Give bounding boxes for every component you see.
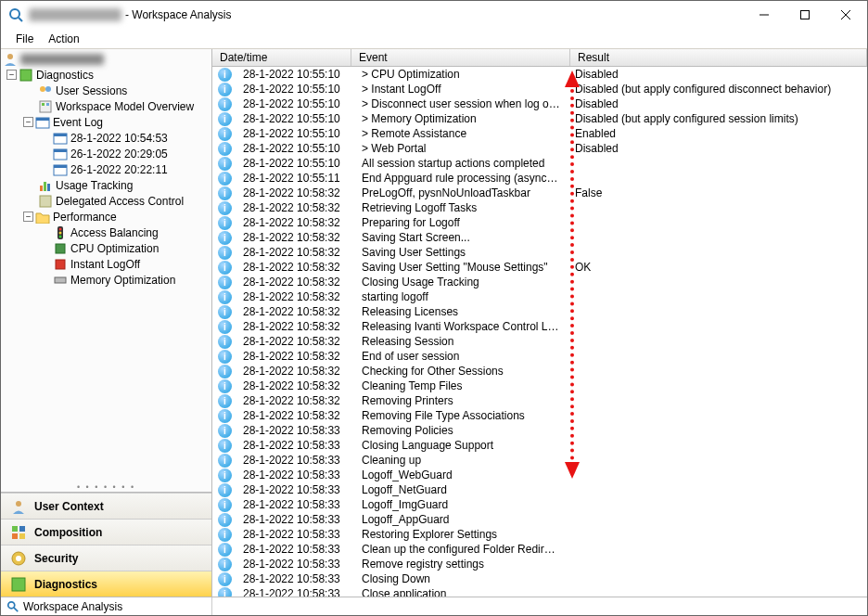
- column-header-event[interactable]: Event: [351, 49, 570, 66]
- svg-point-32: [16, 501, 21, 507]
- table-row[interactable]: i28-1-2022 10:58:32Checking for Other Se…: [212, 364, 867, 379]
- table-row[interactable]: i28-1-2022 10:58:33Closing Language Supp…: [212, 438, 867, 453]
- table-row[interactable]: i28-1-2022 10:55:10> CPU OptimizationDis…: [212, 67, 867, 82]
- cell-event: Logoff_WebGuard: [354, 468, 568, 481]
- info-icon: i: [218, 142, 232, 156]
- tree-delegated[interactable]: Delegated Access Control: [1, 193, 211, 209]
- info-icon: i: [218, 394, 232, 408]
- table-row[interactable]: i28-1-2022 10:55:10> Disconnect user ses…: [212, 96, 867, 111]
- table-row[interactable]: i28-1-2022 10:58:33Closing Down: [212, 571, 867, 586]
- table-row[interactable]: i28-1-2022 10:58:32Releasing Ivanti Work…: [212, 319, 867, 334]
- window-maximize-button[interactable]: [791, 4, 819, 26]
- table-row[interactable]: i28-1-2022 10:58:32Saving Start Screen..…: [212, 230, 867, 245]
- cell-datetime: 28-1-2022 10:58:32: [236, 186, 354, 199]
- tree-event-0[interactable]: 28-1-2022 10:54:53: [1, 130, 211, 146]
- tree-panel[interactable]: − Diagnostics User Sessions Workspace Mo…: [1, 49, 211, 482]
- tree-usage-tracking[interactable]: Usage Tracking: [1, 177, 211, 193]
- menu-action[interactable]: Action: [41, 30, 86, 48]
- tree-access-balancing[interactable]: Access Balancing: [1, 225, 211, 240]
- cell-event: > Memory Optimization: [354, 112, 568, 125]
- table-row[interactable]: i28-1-2022 10:58:32Saving User Settings: [212, 245, 867, 260]
- expander-minus-icon[interactable]: −: [23, 212, 33, 222]
- table-row[interactable]: i28-1-2022 10:58:32Removing Printers: [212, 393, 867, 408]
- info-icon: i: [218, 172, 232, 186]
- nav-composition[interactable]: Composition: [1, 519, 211, 545]
- table-row[interactable]: i28-1-2022 10:55:10> Web PortalDisabled: [212, 141, 867, 156]
- table-row[interactable]: i28-1-2022 10:58:33Logoff_ImgGuard: [212, 497, 867, 512]
- table-row[interactable]: i28-1-2022 10:58:32Releasing Licenses: [212, 304, 867, 319]
- tree-user-sessions[interactable]: User Sessions: [1, 83, 211, 98]
- tree-cpu-opt[interactable]: CPU Optimization: [1, 240, 211, 256]
- tree-performance[interactable]: − Performance: [1, 209, 211, 225]
- window-close-button[interactable]: [832, 4, 860, 26]
- nav-label: Diagnostics: [34, 578, 97, 591]
- cell-result: Disabled: [568, 68, 867, 81]
- table-row[interactable]: i28-1-2022 10:58:33Remove registry setti…: [212, 557, 867, 571]
- tree-root-user[interactable]: [1, 51, 211, 67]
- table-row[interactable]: i28-1-2022 10:58:32End of user session: [212, 349, 867, 364]
- cell-event: Saving User Setting "Mouse Settings": [354, 261, 568, 274]
- tree-instant-logoff[interactable]: Instant LogOff: [1, 256, 211, 272]
- tree-event-2[interactable]: 26-1-2022 20:22:11: [1, 161, 211, 177]
- grid-body[interactable]: i28-1-2022 10:55:10> CPU OptimizationDis…: [212, 67, 867, 597]
- menu-file[interactable]: File: [8, 30, 41, 48]
- column-header-result[interactable]: Result: [570, 49, 867, 66]
- table-row[interactable]: i28-1-2022 10:58:32Preparing for Logoff: [212, 215, 867, 230]
- table-row[interactable]: i28-1-2022 10:58:33Clean up the configur…: [212, 542, 867, 557]
- cell-datetime: 28-1-2022 10:58:32: [236, 320, 354, 333]
- nav-security[interactable]: Security: [1, 545, 211, 571]
- cell-datetime: 28-1-2022 10:58:32: [236, 335, 354, 348]
- table-row[interactable]: i28-1-2022 10:55:10> Memory Optimization…: [212, 111, 867, 126]
- splitter-handle[interactable]: • • • • • • •: [1, 482, 211, 492]
- status-workspace-analysis[interactable]: Workspace Analysis: [1, 597, 212, 615]
- app-icon: [8, 7, 23, 22]
- table-row[interactable]: i28-1-2022 10:55:10> Remote AssistanceEn…: [212, 126, 867, 141]
- user-icon: [3, 52, 18, 67]
- table-row[interactable]: i28-1-2022 10:58:32Retrieving Logoff Tas…: [212, 200, 867, 215]
- table-row[interactable]: i28-1-2022 10:58:33Logoff_WebGuard: [212, 468, 867, 482]
- cell-event: Logoff_NetGuard: [354, 483, 568, 496]
- table-row[interactable]: i28-1-2022 10:58:33Logoff_AppGuard: [212, 512, 867, 527]
- cell-result: False: [568, 186, 867, 199]
- expander-minus-icon[interactable]: −: [23, 117, 33, 127]
- table-row[interactable]: i28-1-2022 10:58:32starting logoff: [212, 289, 867, 304]
- table-row[interactable]: i28-1-2022 10:58:32Releasing Session: [212, 334, 867, 349]
- cell-datetime: 28-1-2022 10:58:33: [236, 572, 354, 585]
- tree-diagnostics[interactable]: − Diagnostics: [1, 67, 211, 83]
- logoff-icon: [53, 257, 68, 272]
- table-row[interactable]: i28-1-2022 10:58:33Restoring Explorer Se…: [212, 527, 867, 542]
- info-icon: i: [218, 379, 232, 393]
- nav-diagnostics[interactable]: Diagnostics: [1, 571, 211, 597]
- svg-rect-16: [54, 134, 67, 136]
- window-minimize-button[interactable]: [750, 4, 778, 26]
- table-row[interactable]: i28-1-2022 10:58:32Cleaning Temp Files: [212, 379, 867, 393]
- table-row[interactable]: i28-1-2022 10:55:10All session startup a…: [212, 156, 867, 171]
- expander-minus-icon[interactable]: −: [6, 70, 17, 80]
- table-row[interactable]: i28-1-2022 10:58:32Saving User Setting "…: [212, 260, 867, 275]
- table-row[interactable]: i28-1-2022 10:58:33Removing Policies: [212, 423, 867, 438]
- tree-event-1[interactable]: 26-1-2022 20:29:05: [1, 146, 211, 161]
- table-row[interactable]: i28-1-2022 10:55:11End Appguard rule pro…: [212, 171, 867, 186]
- table-row[interactable]: i28-1-2022 10:58:32Closing Usage Trackin…: [212, 275, 867, 289]
- tree-workspace-model[interactable]: Workspace Model Overview: [1, 98, 211, 114]
- diagnostics-icon: [19, 68, 33, 83]
- column-header-datetime[interactable]: Date/time: [212, 49, 351, 66]
- info-icon: i: [218, 468, 232, 482]
- cell-event: PreLogOff, pysnNoUnloadTaskbar: [354, 186, 568, 199]
- table-row[interactable]: i28-1-2022 10:55:10> Instant LogOffDisab…: [212, 82, 867, 96]
- table-row[interactable]: i28-1-2022 10:58:33Logoff_NetGuard: [212, 482, 867, 497]
- cell-datetime: 28-1-2022 10:58:33: [236, 498, 354, 511]
- tree-event-log[interactable]: − Event Log: [1, 114, 211, 130]
- table-row[interactable]: i28-1-2022 10:58:33Close application: [212, 586, 867, 597]
- table-row[interactable]: i28-1-2022 10:58:32PreLogOff, pysnNoUnlo…: [212, 186, 867, 200]
- cell-event: > Web Portal: [354, 142, 568, 155]
- cell-event: Saving User Settings: [354, 246, 568, 259]
- cell-event: > CPU Optimization: [354, 68, 568, 81]
- tree-memory-opt[interactable]: Memory Optimization: [1, 272, 211, 288]
- nav-user-context[interactable]: User Context: [1, 493, 211, 519]
- calendar-icon: [53, 162, 68, 177]
- table-row[interactable]: i28-1-2022 10:58:33Cleaning up: [212, 453, 867, 468]
- table-row[interactable]: i28-1-2022 10:58:32Removing File Type As…: [212, 408, 867, 423]
- svg-rect-21: [40, 186, 43, 191]
- cell-datetime: 28-1-2022 10:58:33: [236, 543, 354, 556]
